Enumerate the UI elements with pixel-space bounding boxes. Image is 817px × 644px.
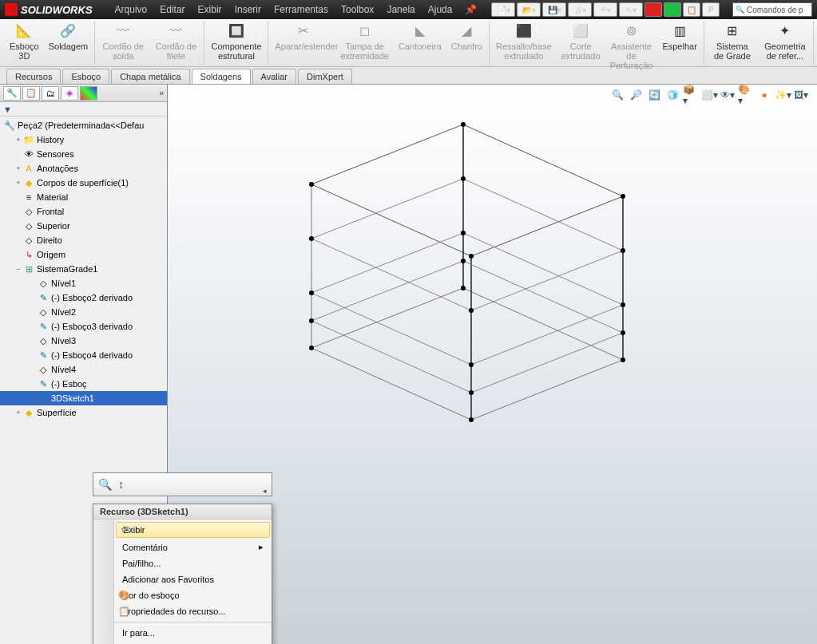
hide-show-icon[interactable]: 👁▾ (720, 88, 736, 102)
menu-editar[interactable]: Editar (153, 4, 191, 15)
context-item-adicionar-aos-favoritos[interactable]: Adicionar aos Favoritos (114, 571, 272, 587)
context-item-recolher-itens[interactable]: Recolher itens (114, 641, 272, 644)
tab-recursos[interactable]: Recursos (6, 69, 61, 84)
ribbon-label: Cantoneira (399, 41, 442, 51)
tree-item[interactable]: ↳Origem (0, 247, 167, 262)
context-item-coment-rio[interactable]: Comentário▸ (114, 539, 272, 555)
menu-pin-icon[interactable]: 📌 (458, 4, 483, 15)
tree-item[interactable]: ◇Nível4 (0, 362, 167, 377)
menu-janela[interactable]: Janela (380, 4, 421, 15)
svg-point-9 (461, 176, 466, 181)
tree-item[interactable]: −⊞SistemaGrade1 (0, 262, 167, 276)
zoom-to-icon[interactable]: 🔍 (98, 478, 112, 491)
ribbon-icon: 〰 (166, 22, 185, 40)
tree-item[interactable]: +📁History (0, 132, 167, 147)
tab-esboço[interactable]: Esboço (62, 69, 109, 84)
print-button[interactable]: 🖨▾ (568, 2, 592, 17)
context-item-ir-para-[interactable]: Ir para... (114, 625, 272, 641)
ribbon-geometria-de-refer-[interactable]: ✦Geometria de refer... (759, 21, 811, 62)
mini-toolbar-collapse-icon[interactable]: ◂ (263, 487, 267, 495)
section-view-icon[interactable]: 🧊 (664, 88, 680, 102)
tree-item[interactable]: ◇Nível3 (0, 334, 167, 348)
menu-exibir[interactable]: Exibir (192, 4, 228, 15)
svg-point-15 (469, 362, 474, 367)
tab-dimxpert[interactable]: DimXpert (298, 69, 352, 84)
tree-item[interactable]: 👁Sensores (0, 147, 167, 161)
rebuild-green-icon[interactable] (664, 2, 681, 17)
tree-item[interactable]: ✎(-) Esboço3 derivado (0, 319, 167, 334)
command-search[interactable]: Comandos de p (732, 2, 812, 17)
tree-item-label: Frontal (37, 207, 64, 216)
context-item-exibir[interactable]: 👓Exibir (116, 522, 270, 538)
tree-expand-icon[interactable]: − (14, 265, 22, 273)
tree-item[interactable]: ≡Material (0, 190, 167, 204)
tree-item[interactable]: ◇Direito (0, 233, 167, 247)
tree-root[interactable]: 🔧 Peça2 (Predeterminada<<Defau (0, 118, 167, 132)
appearance-icon[interactable]: ● (756, 88, 772, 102)
tree-tab-feature[interactable]: 🔧 (3, 86, 21, 101)
tree-item-label: Material (37, 192, 68, 202)
ribbon-icon: 〰 (113, 22, 133, 40)
ribbon-ressalto-base-extrudado: ⬛Ressalto/base extrudado (491, 21, 557, 62)
tree-item[interactable]: ✎(-) Esboço4 derivado (0, 348, 167, 362)
tab-soldagens[interactable]: Soldagens (192, 69, 251, 84)
tree-expand-icon[interactable]: + (14, 179, 22, 187)
tree-expand-icon[interactable]: + (14, 136, 22, 144)
tree-item[interactable]: +AAnotações (0, 161, 167, 176)
tree-item[interactable]: +◆Superfície (0, 405, 167, 420)
svg-point-6 (621, 194, 625, 199)
tab-chapa-metálica[interactable]: Chapa metálica (111, 69, 189, 84)
new-button[interactable]: 📄▾ (491, 2, 515, 17)
menu-ferramentas[interactable]: Ferramentas (268, 4, 335, 15)
tree-item[interactable]: ◇Superior (0, 219, 167, 233)
context-item-cor-do-esbo-o[interactable]: 🎨Cor do esboço (114, 587, 272, 603)
ribbon: 📐Esboço 3D🔗Soldagem〰Cordão de solda〰Cord… (0, 19, 817, 67)
options-button[interactable]: 📋 (683, 2, 700, 17)
normal-to-icon[interactable]: ↕ (118, 478, 124, 491)
tree-item[interactable]: ✎(-) Esboço2 derivado (0, 290, 167, 305)
rebuild-red-icon[interactable] (644, 2, 662, 17)
render-icon[interactable]: ✨▾ (775, 88, 791, 102)
tree-tab-prop[interactable]: 📋 (22, 86, 40, 101)
tree-filter[interactable]: ▼ (0, 102, 167, 117)
menu-arquivo[interactable]: Arquivo (109, 4, 154, 15)
tree-item[interactable]: ✎3DSketch1 (0, 391, 167, 405)
svg-point-19 (469, 390, 474, 395)
menu-toolbox[interactable]: Toolbox (335, 4, 380, 15)
tree-item[interactable]: +◆Corpos de superfície(1) (0, 176, 167, 190)
ribbon-soldagem[interactable]: 🔗Soldagem (44, 21, 93, 53)
help-button[interactable]: P (702, 2, 720, 17)
ribbon-icon: ✂ (293, 22, 312, 40)
tree-tabs-overflow-icon[interactable]: » (159, 89, 164, 97)
tree-item[interactable]: ✎(-) Esboç (0, 377, 167, 391)
tree-tab-config[interactable]: 🗂 (42, 86, 59, 101)
tree-expand-icon[interactable]: + (14, 164, 22, 172)
tree-tab-row: 🔧 📋 🗂 ◈ » (0, 85, 167, 102)
tree-expand-icon[interactable]: + (14, 409, 22, 417)
tree-tab-dim[interactable]: ◈ (61, 86, 78, 101)
tree-item[interactable]: ◇Nível2 (0, 305, 167, 319)
display-style-icon[interactable]: ⬜▾ (701, 88, 717, 102)
tab-avaliar[interactable]: Avaliar (252, 69, 296, 84)
prev-view-icon[interactable]: 🔄 (646, 88, 662, 102)
open-button[interactable]: 📂▾ (517, 2, 541, 17)
select-button[interactable]: ↖▾ (619, 2, 643, 17)
tree-item[interactable]: ◇Frontal (0, 204, 167, 219)
ribbon-espelhar[interactable]: ▥Espelhar (657, 21, 701, 53)
ribbon-esbo-o-3d[interactable]: 📐Esboço 3D (5, 21, 44, 62)
tree-item[interactable]: ◇Nível1 (0, 276, 167, 290)
tree-tab-display[interactable] (80, 86, 97, 101)
menu-ajuda[interactable]: Ajuda (422, 4, 459, 15)
ribbon-sistema-de-grade[interactable]: ⊞Sistema de Grade (706, 21, 759, 62)
view-orient-icon[interactable]: 📦▾ (683, 88, 699, 102)
ribbon-label: Sistema de Grade (711, 41, 754, 61)
settings-icon[interactable]: 🖼▾ (793, 88, 809, 102)
undo-button[interactable]: ↶▾ (593, 2, 617, 17)
context-item-pai-filho-[interactable]: Pai/filho... (114, 555, 272, 571)
tree-node-icon: ✎ (37, 350, 50, 361)
ribbon-componente-estrutural[interactable]: 🔲Componente estrutural (206, 21, 266, 62)
scene-icon[interactable]: 🎨▾ (738, 88, 754, 102)
save-button[interactable]: 💾▾ (542, 2, 566, 17)
context-item-propriedades-do-recurso-[interactable]: 📋Propriedades do recurso... (114, 603, 272, 619)
menu-inserir[interactable]: Inserir (228, 4, 268, 15)
